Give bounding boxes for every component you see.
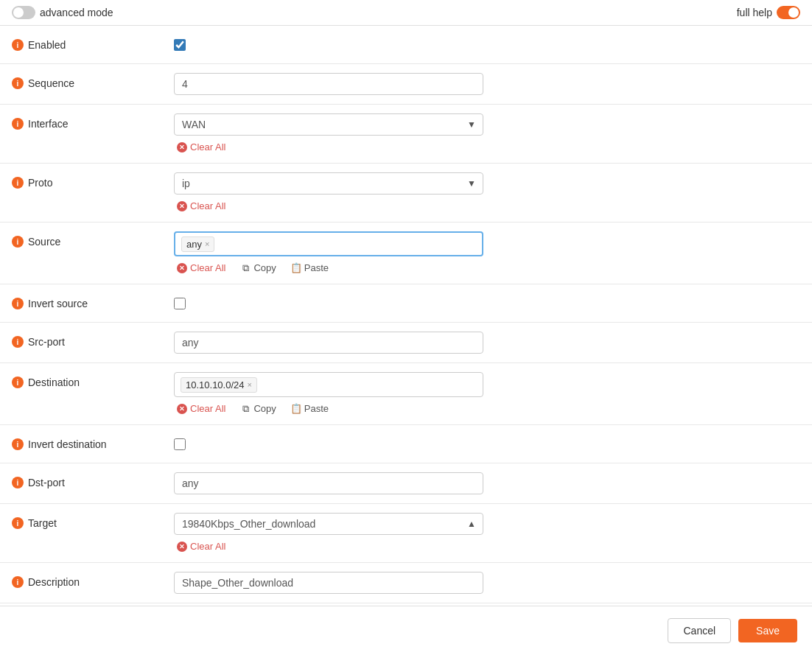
top-bar: advanced mode full help	[0, 0, 812, 26]
cancel-button[interactable]: Cancel	[668, 618, 731, 643]
destination-actions: ✕ Clear All ⧉ Copy 📋 Paste	[174, 402, 800, 416]
source-actions: ✕ Clear All ⧉ Copy 📋 Paste	[174, 261, 800, 275]
proto-label: Proto	[28, 177, 52, 189]
src-port-input[interactable]	[174, 332, 483, 354]
bottom-bar: Cancel Save	[0, 606, 812, 655]
invert-source-label: Invert source	[28, 298, 88, 309]
source-clear-x-icon: ✕	[177, 263, 187, 273]
interface-label: Interface	[28, 118, 68, 130]
source-row: i Source any × ✕ Clear All	[0, 223, 812, 284]
invert-destination-label: Invert destination	[28, 438, 107, 450]
source-copy-button[interactable]: ⧉ Copy	[237, 261, 279, 275]
dst-port-input[interactable]	[174, 472, 483, 494]
source-label-cell: i Source	[12, 231, 174, 248]
description-input[interactable]	[174, 572, 483, 594]
destination-row: i Destination 10.10.10.0/24 × ✕ Clear Al…	[0, 363, 812, 425]
enabled-label: Enabled	[28, 39, 66, 51]
invert-source-label-cell: i Invert source	[12, 293, 174, 309]
source-tag-any-close[interactable]: ×	[205, 239, 209, 248]
source-tag-any: any ×	[181, 237, 214, 252]
src-port-input-cell	[174, 332, 800, 354]
enabled-checkbox[interactable]	[174, 39, 186, 51]
source-copy-icon: ⧉	[240, 263, 251, 273]
invert-source-row: i Invert source	[0, 284, 812, 323]
destination-paste-button[interactable]: 📋 Paste	[288, 402, 332, 416]
destination-label-cell: i Destination	[12, 372, 174, 388]
form: i Enabled i Sequence i Interface	[0, 26, 812, 603]
src-port-label: Src-port	[28, 336, 65, 348]
save-button[interactable]: Save	[738, 619, 797, 642]
source-tag-input[interactable]: any ×	[174, 231, 483, 256]
source-tag-text-input[interactable]	[217, 238, 476, 250]
target-clear-all-button[interactable]: ✕ Clear All	[174, 539, 228, 553]
advanced-mode-label: advanced mode	[40, 7, 113, 18]
src-port-row: i Src-port	[0, 323, 812, 363]
proto-row: i Proto ip tcp udp icmp ▼ ✕ Clear Al	[0, 164, 812, 223]
destination-tag-cidr: 10.10.10.0/24 ×	[181, 377, 257, 393]
full-help-toggle-icon	[777, 6, 800, 19]
description-label-cell: i Description	[12, 572, 174, 588]
destination-clear-x-icon: ✕	[177, 404, 187, 414]
full-help-label: full help	[737, 7, 772, 18]
destination-copy-button[interactable]: ⧉ Copy	[237, 402, 279, 416]
proto-label-cell: i Proto	[12, 172, 174, 189]
source-clear-all-button[interactable]: ✕ Clear All	[174, 261, 228, 275]
advanced-mode-toggle[interactable]: advanced mode	[12, 6, 113, 19]
target-select[interactable]: 19840Kbps_Other_download	[174, 513, 483, 535]
invert-source-checkbox[interactable]	[174, 298, 186, 309]
destination-tag-input[interactable]: 10.10.10.0/24 ×	[174, 372, 483, 397]
proto-select[interactable]: ip tcp udp icmp	[174, 172, 483, 195]
proto-clear-x-icon: ✕	[177, 201, 187, 211]
enabled-row: i Enabled	[0, 26, 812, 64]
description-row: i Description	[0, 563, 812, 603]
interface-info-icon: i	[12, 118, 24, 130]
target-row: i Target 19840Kbps_Other_download ▲ ✕ Cl…	[0, 504, 812, 563]
source-paste-button[interactable]: 📋 Paste	[288, 261, 332, 275]
description-input-cell	[174, 572, 800, 594]
dst-port-row: i Dst-port	[0, 463, 812, 504]
proto-info-icon: i	[12, 177, 24, 189]
sequence-input[interactable]	[174, 73, 483, 95]
src-port-label-cell: i Src-port	[12, 332, 174, 348]
destination-input-cell: 10.10.10.0/24 × ✕ Clear All ⧉ Copy	[174, 372, 800, 416]
source-label: Source	[28, 236, 60, 248]
source-input-cell: any × ✕ Clear All ⧉ Copy 📋	[174, 231, 800, 275]
destination-tag-text-input[interactable]	[260, 379, 477, 390]
target-label: Target	[28, 517, 57, 529]
source-paste-icon: 📋	[291, 263, 301, 273]
sequence-label-cell: i Sequence	[12, 73, 174, 89]
target-clear-x-icon: ✕	[177, 542, 187, 552]
sequence-row: i Sequence	[0, 64, 812, 105]
target-info-icon: i	[12, 517, 24, 529]
interface-label-cell: i Interface	[12, 113, 174, 130]
sequence-label: Sequence	[28, 77, 74, 89]
destination-clear-all-button[interactable]: ✕ Clear All	[174, 402, 228, 416]
proto-actions: ✕ Clear All	[174, 199, 800, 213]
proto-select-wrapper: ip tcp udp icmp ▼	[174, 172, 483, 195]
advanced-mode-toggle-icon	[12, 6, 35, 19]
destination-tag-cidr-close[interactable]: ×	[248, 380, 252, 389]
target-input-cell: 19840Kbps_Other_download ▲ ✕ Clear All	[174, 513, 800, 553]
target-select-wrapper: 19840Kbps_Other_download ▲	[174, 513, 483, 535]
target-label-cell: i Target	[12, 513, 174, 529]
proto-input-cell: ip tcp udp icmp ▼ ✕ Clear All	[174, 172, 800, 213]
destination-label: Destination	[28, 376, 80, 388]
interface-actions: ✕ Clear All	[174, 140, 800, 154]
interface-select[interactable]: WAN LAN WAN2	[174, 113, 483, 136]
invert-destination-input-cell	[174, 434, 800, 450]
interface-clear-all-button[interactable]: ✕ Clear All	[174, 140, 228, 154]
dst-port-label: Dst-port	[28, 477, 65, 488]
invert-source-input-cell	[174, 293, 800, 309]
dst-port-info-icon: i	[12, 477, 24, 488]
sequence-input-cell	[174, 73, 800, 95]
interface-clear-x-icon: ✕	[177, 142, 187, 153]
destination-paste-icon: 📋	[291, 404, 301, 414]
target-actions: ✕ Clear All	[174, 539, 800, 553]
proto-clear-all-button[interactable]: ✕ Clear All	[174, 199, 228, 213]
full-help-toggle[interactable]: full help	[737, 6, 800, 19]
invert-destination-row: i Invert destination	[0, 425, 812, 463]
invert-source-info-icon: i	[12, 298, 24, 309]
description-info-icon: i	[12, 576, 24, 588]
invert-destination-checkbox[interactable]	[174, 438, 186, 450]
enabled-label-cell: i Enabled	[12, 35, 174, 51]
